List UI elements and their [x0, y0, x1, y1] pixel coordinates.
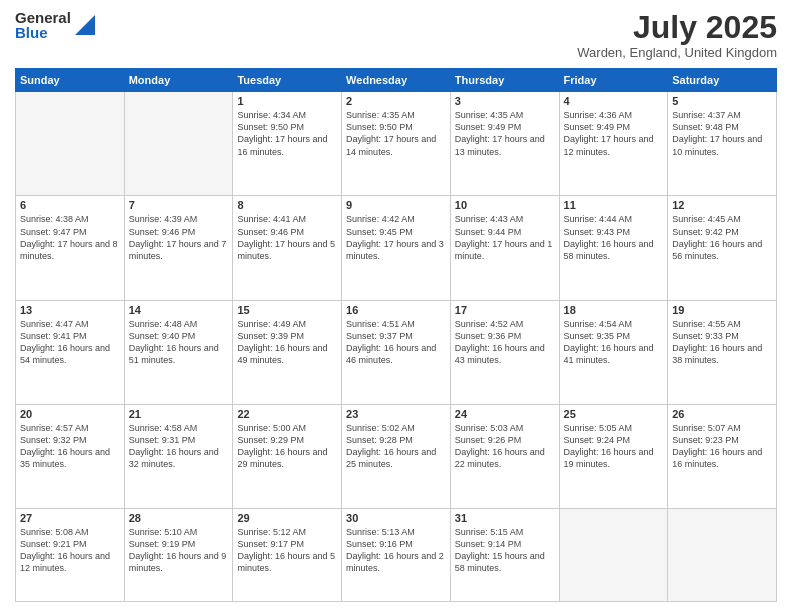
main-title: July 2025: [577, 10, 777, 45]
title-block: July 2025 Warden, England, United Kingdo…: [577, 10, 777, 60]
col-sunday: Sunday: [16, 69, 125, 92]
calendar-cell: 11Sunrise: 4:44 AM Sunset: 9:43 PM Dayli…: [559, 196, 668, 300]
week-row-3: 13Sunrise: 4:47 AM Sunset: 9:41 PM Dayli…: [16, 300, 777, 404]
calendar-cell: 23Sunrise: 5:02 AM Sunset: 9:28 PM Dayli…: [342, 404, 451, 508]
day-info: Sunrise: 5:15 AM Sunset: 9:14 PM Dayligh…: [455, 526, 555, 575]
day-info: Sunrise: 4:38 AM Sunset: 9:47 PM Dayligh…: [20, 213, 120, 262]
day-number: 13: [20, 304, 120, 316]
day-number: 28: [129, 512, 229, 524]
calendar-cell: 14Sunrise: 4:48 AM Sunset: 9:40 PM Dayli…: [124, 300, 233, 404]
day-number: 21: [129, 408, 229, 420]
day-number: 3: [455, 95, 555, 107]
day-number: 25: [564, 408, 664, 420]
day-info: Sunrise: 4:39 AM Sunset: 9:46 PM Dayligh…: [129, 213, 229, 262]
day-number: 12: [672, 199, 772, 211]
calendar-cell: [124, 92, 233, 196]
logo-blue: Blue: [15, 25, 71, 40]
day-info: Sunrise: 4:41 AM Sunset: 9:46 PM Dayligh…: [237, 213, 337, 262]
logo: General Blue: [15, 10, 95, 40]
day-info: Sunrise: 5:08 AM Sunset: 9:21 PM Dayligh…: [20, 526, 120, 575]
calendar-cell: 4Sunrise: 4:36 AM Sunset: 9:49 PM Daylig…: [559, 92, 668, 196]
day-info: Sunrise: 4:51 AM Sunset: 9:37 PM Dayligh…: [346, 318, 446, 367]
day-info: Sunrise: 4:35 AM Sunset: 9:49 PM Dayligh…: [455, 109, 555, 158]
calendar-cell: 2Sunrise: 4:35 AM Sunset: 9:50 PM Daylig…: [342, 92, 451, 196]
day-number: 16: [346, 304, 446, 316]
week-row-1: 1Sunrise: 4:34 AM Sunset: 9:50 PM Daylig…: [16, 92, 777, 196]
day-info: Sunrise: 5:02 AM Sunset: 9:28 PM Dayligh…: [346, 422, 446, 471]
subtitle: Warden, England, United Kingdom: [577, 45, 777, 60]
day-info: Sunrise: 5:03 AM Sunset: 9:26 PM Dayligh…: [455, 422, 555, 471]
calendar-cell: 25Sunrise: 5:05 AM Sunset: 9:24 PM Dayli…: [559, 404, 668, 508]
day-number: 22: [237, 408, 337, 420]
col-monday: Monday: [124, 69, 233, 92]
day-info: Sunrise: 5:12 AM Sunset: 9:17 PM Dayligh…: [237, 526, 337, 575]
day-number: 15: [237, 304, 337, 316]
day-number: 10: [455, 199, 555, 211]
week-row-2: 6Sunrise: 4:38 AM Sunset: 9:47 PM Daylig…: [16, 196, 777, 300]
col-wednesday: Wednesday: [342, 69, 451, 92]
header: General Blue July 2025 Warden, England, …: [15, 10, 777, 60]
day-info: Sunrise: 4:34 AM Sunset: 9:50 PM Dayligh…: [237, 109, 337, 158]
calendar-cell: 20Sunrise: 4:57 AM Sunset: 9:32 PM Dayli…: [16, 404, 125, 508]
calendar-cell: 8Sunrise: 4:41 AM Sunset: 9:46 PM Daylig…: [233, 196, 342, 300]
day-info: Sunrise: 5:07 AM Sunset: 9:23 PM Dayligh…: [672, 422, 772, 471]
day-info: Sunrise: 4:44 AM Sunset: 9:43 PM Dayligh…: [564, 213, 664, 262]
calendar-cell: 12Sunrise: 4:45 AM Sunset: 9:42 PM Dayli…: [668, 196, 777, 300]
calendar-cell: 10Sunrise: 4:43 AM Sunset: 9:44 PM Dayli…: [450, 196, 559, 300]
calendar-body: 1Sunrise: 4:34 AM Sunset: 9:50 PM Daylig…: [16, 92, 777, 602]
day-info: Sunrise: 4:45 AM Sunset: 9:42 PM Dayligh…: [672, 213, 772, 262]
day-number: 27: [20, 512, 120, 524]
col-tuesday: Tuesday: [233, 69, 342, 92]
day-info: Sunrise: 5:10 AM Sunset: 9:19 PM Dayligh…: [129, 526, 229, 575]
calendar-cell: 29Sunrise: 5:12 AM Sunset: 9:17 PM Dayli…: [233, 508, 342, 601]
svg-marker-0: [75, 15, 95, 35]
logo-general: General: [15, 10, 71, 25]
day-number: 9: [346, 199, 446, 211]
day-info: Sunrise: 4:47 AM Sunset: 9:41 PM Dayligh…: [20, 318, 120, 367]
day-number: 6: [20, 199, 120, 211]
day-info: Sunrise: 4:42 AM Sunset: 9:45 PM Dayligh…: [346, 213, 446, 262]
logo-icon: [75, 15, 95, 35]
week-row-5: 27Sunrise: 5:08 AM Sunset: 9:21 PM Dayli…: [16, 508, 777, 601]
calendar-table: Sunday Monday Tuesday Wednesday Thursday…: [15, 68, 777, 602]
calendar-cell: 15Sunrise: 4:49 AM Sunset: 9:39 PM Dayli…: [233, 300, 342, 404]
calendar-cell: 24Sunrise: 5:03 AM Sunset: 9:26 PM Dayli…: [450, 404, 559, 508]
day-number: 23: [346, 408, 446, 420]
day-number: 29: [237, 512, 337, 524]
calendar-cell: 3Sunrise: 4:35 AM Sunset: 9:49 PM Daylig…: [450, 92, 559, 196]
col-saturday: Saturday: [668, 69, 777, 92]
calendar-cell: 19Sunrise: 4:55 AM Sunset: 9:33 PM Dayli…: [668, 300, 777, 404]
calendar-cell: 28Sunrise: 5:10 AM Sunset: 9:19 PM Dayli…: [124, 508, 233, 601]
col-thursday: Thursday: [450, 69, 559, 92]
day-info: Sunrise: 4:55 AM Sunset: 9:33 PM Dayligh…: [672, 318, 772, 367]
day-info: Sunrise: 4:35 AM Sunset: 9:50 PM Dayligh…: [346, 109, 446, 158]
day-number: 11: [564, 199, 664, 211]
calendar-cell: 7Sunrise: 4:39 AM Sunset: 9:46 PM Daylig…: [124, 196, 233, 300]
day-number: 19: [672, 304, 772, 316]
calendar-cell: [16, 92, 125, 196]
day-number: 8: [237, 199, 337, 211]
calendar-cell: 18Sunrise: 4:54 AM Sunset: 9:35 PM Dayli…: [559, 300, 668, 404]
header-row: Sunday Monday Tuesday Wednesday Thursday…: [16, 69, 777, 92]
calendar-cell: 30Sunrise: 5:13 AM Sunset: 9:16 PM Dayli…: [342, 508, 451, 601]
day-info: Sunrise: 4:54 AM Sunset: 9:35 PM Dayligh…: [564, 318, 664, 367]
day-number: 18: [564, 304, 664, 316]
calendar-cell: [559, 508, 668, 601]
day-number: 14: [129, 304, 229, 316]
calendar-cell: 17Sunrise: 4:52 AM Sunset: 9:36 PM Dayli…: [450, 300, 559, 404]
day-info: Sunrise: 4:36 AM Sunset: 9:49 PM Dayligh…: [564, 109, 664, 158]
day-info: Sunrise: 4:57 AM Sunset: 9:32 PM Dayligh…: [20, 422, 120, 471]
day-number: 4: [564, 95, 664, 107]
day-number: 26: [672, 408, 772, 420]
calendar-cell: 5Sunrise: 4:37 AM Sunset: 9:48 PM Daylig…: [668, 92, 777, 196]
day-number: 30: [346, 512, 446, 524]
day-number: 7: [129, 199, 229, 211]
day-number: 17: [455, 304, 555, 316]
col-friday: Friday: [559, 69, 668, 92]
calendar-cell: 9Sunrise: 4:42 AM Sunset: 9:45 PM Daylig…: [342, 196, 451, 300]
day-info: Sunrise: 5:13 AM Sunset: 9:16 PM Dayligh…: [346, 526, 446, 575]
day-number: 31: [455, 512, 555, 524]
day-info: Sunrise: 4:52 AM Sunset: 9:36 PM Dayligh…: [455, 318, 555, 367]
day-number: 24: [455, 408, 555, 420]
day-info: Sunrise: 4:37 AM Sunset: 9:48 PM Dayligh…: [672, 109, 772, 158]
